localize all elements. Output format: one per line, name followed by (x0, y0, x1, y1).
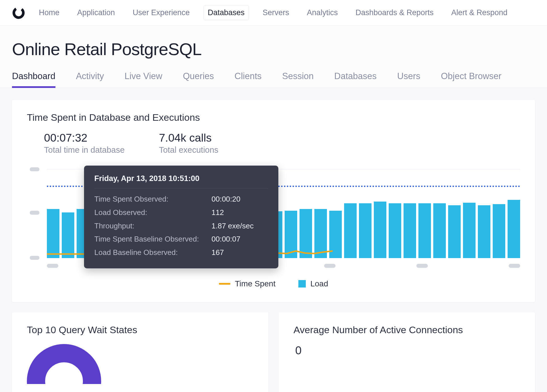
y-axis-tick (30, 211, 39, 215)
metric-total-exec-label: Total executions (159, 145, 218, 155)
query-wait-title: Top 10 Query Wait States (27, 324, 253, 335)
tooltip-key: Throughput: (94, 219, 211, 233)
tooltip-val: 112 (211, 206, 224, 219)
metric-total-time: 00:07:32 Total time in database (44, 132, 125, 155)
chart-bar (300, 209, 312, 258)
tooltip-row: Time Spent Baseline Observed: 00:00:07 (94, 232, 268, 246)
chart-bar (418, 203, 431, 258)
tooltip-row: Time Spent Observed: 00:00:20 (94, 192, 268, 206)
tab-clients[interactable]: Clients (235, 67, 262, 88)
chart-bar (285, 211, 297, 258)
time-spent-title: Time Spent in Database and Executions (27, 112, 520, 123)
chart-bar (478, 205, 490, 258)
tab-object-browser[interactable]: Object Browser (441, 67, 502, 88)
tab-databases[interactable]: Databases (334, 67, 377, 88)
content-area: Time Spent in Database and Executions 00… (0, 88, 547, 392)
legend-swatch-line-icon (219, 283, 230, 285)
tooltip-key: Load Observed: (94, 206, 211, 219)
legend-time-spent[interactable]: Time Spent (219, 279, 276, 288)
tab-session[interactable]: Session (282, 67, 314, 88)
avg-connections-value: 0 (294, 344, 520, 357)
nav-analytics[interactable]: Analytics (303, 5, 342, 20)
tooltip-key: Time Spent Baseline Observed: (94, 232, 211, 246)
legend-label: Load (310, 279, 328, 288)
query-wait-card: Top 10 Query Wait States (12, 312, 268, 392)
x-axis-tick (324, 264, 336, 268)
y-axis-tick (30, 256, 39, 260)
chart-bar (314, 209, 327, 258)
legend-load[interactable]: Load (298, 279, 328, 288)
tooltip-row: Throughput: 1.87 exe/sec (94, 219, 268, 233)
load-chart[interactable]: Friday, Apr 13, 2018 10:51:00 Time Spent… (30, 165, 520, 268)
nav-servers[interactable]: Servers (259, 5, 293, 20)
chart-bar (433, 203, 446, 258)
metric-total-time-value: 00:07:32 (44, 132, 125, 144)
tooltip-row: Load Observed: 112 (94, 206, 268, 219)
chart-bar (389, 203, 401, 258)
nav-dashboards-reports[interactable]: Dashboards & Reports (352, 5, 438, 20)
nav-home[interactable]: Home (35, 5, 63, 20)
tab-users[interactable]: Users (397, 67, 420, 88)
nav-alert-respond[interactable]: Alert & Respond (447, 5, 512, 20)
avg-connections-title: Average Number of Active Connections (294, 324, 520, 335)
tab-queries[interactable]: Queries (183, 67, 214, 88)
metrics-row: 00:07:32 Total time in database 7.04k ca… (27, 132, 520, 155)
x-axis-tick (509, 264, 520, 268)
page-title: Online Retail PostgreSQL (0, 26, 547, 67)
metric-total-exec-value: 7.04k calls (159, 132, 218, 144)
tab-live-view[interactable]: Live View (125, 67, 162, 88)
tab-dashboard[interactable]: Dashboard (12, 67, 55, 88)
chart-bar (329, 211, 342, 258)
tooltip-key: Load Baseline Observed: (94, 246, 211, 259)
avg-connections-card: Average Number of Active Connections 0 (279, 312, 535, 392)
top-nav: Home Application User Experience Databas… (0, 0, 547, 26)
tab-activity[interactable]: Activity (76, 67, 104, 88)
x-axis-tick (47, 264, 58, 268)
sub-tabs: Dashboard Activity Live View Queries Cli… (0, 67, 547, 88)
chart-bar (493, 204, 505, 258)
tooltip-val: 00:00:07 (211, 232, 240, 246)
tooltip-row: Load Baseline Observed: 167 (94, 246, 268, 259)
time-spent-card: Time Spent in Database and Executions 00… (12, 100, 535, 302)
chart-bar (344, 203, 357, 258)
nav-databases[interactable]: Databases (203, 5, 249, 20)
x-axis-tick (416, 264, 428, 268)
chart-bar (404, 203, 416, 258)
metric-total-exec: 7.04k calls Total executions (159, 132, 218, 155)
tooltip-val: 00:00:20 (211, 192, 240, 206)
donut-ring-icon (27, 344, 101, 384)
chart-bar (374, 202, 386, 258)
chart-bar (508, 200, 520, 258)
metric-total-time-label: Total time in database (44, 145, 125, 155)
legend-swatch-box-icon (298, 280, 306, 288)
chart-bar (448, 205, 461, 258)
bottom-row: Top 10 Query Wait States Average Number … (12, 312, 535, 392)
tooltip-title: Friday, Apr 13, 2018 10:51:00 (94, 174, 268, 188)
chart-bar (62, 212, 74, 258)
chart-bar (47, 209, 59, 258)
chart-bar (359, 203, 372, 258)
chart-bar (463, 203, 476, 258)
chart-legend: Time Spent Load (27, 279, 520, 288)
nav-application[interactable]: Application (73, 5, 119, 20)
tooltip-val: 167 (211, 246, 224, 259)
chart-tooltip: Friday, Apr 13, 2018 10:51:00 Time Spent… (84, 166, 278, 268)
tooltip-key: Time Spent Observed: (94, 192, 211, 206)
brand-logo (12, 6, 25, 19)
svg-point-0 (12, 6, 25, 19)
y-axis-tick (30, 167, 39, 171)
query-wait-donut (27, 344, 101, 384)
nav-user-experience[interactable]: User Experience (129, 5, 194, 20)
tooltip-val: 1.87 exe/sec (211, 219, 253, 233)
legend-label: Time Spent (235, 279, 276, 288)
